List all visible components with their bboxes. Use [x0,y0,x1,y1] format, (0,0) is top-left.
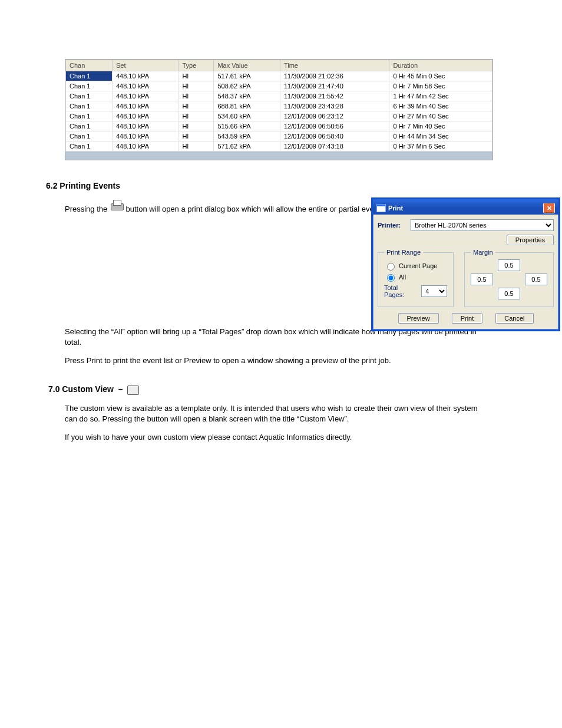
table-row[interactable]: Chan 1448.10 kPAHI688.81 kPA11/30/2009 2… [66,101,492,111]
table-cell: 448.10 kPA [112,121,178,131]
print-range-group: Print Range Current Page All Total Pages… [378,249,454,307]
table-cell: 11/30/2009 21:55:42 [280,91,389,101]
table-row[interactable]: Chan 1448.10 kPAHI543.59 kPA12/01/2009 0… [66,131,492,141]
table-cell: HI [178,131,214,141]
dialog-titlebar[interactable]: Print ✕ [373,199,558,215]
table-cell: 448.10 kPA [112,131,178,141]
range-current-page[interactable]: Current Page [384,261,447,271]
table-row[interactable]: Chan 1448.10 kPAHI548.37 kPA11/30/2009 2… [66,91,492,101]
table-cell: 6 Hr 39 Min 40 Sec [389,101,492,111]
table-row[interactable]: Chan 1448.10 kPAHI571.62 kPA12/01/2009 0… [66,141,492,151]
doc-paragraph: The custom view is available as a templa… [65,403,492,424]
table-row[interactable]: Chan 1448.10 kPAHI508.62 kPA11/30/2009 2… [66,81,492,91]
table-cell: 517.61 kPA [214,71,280,81]
table-cell: HI [178,121,214,131]
events-table-container: ChanSetTypeMax ValueTimeDuration Chan 14… [65,59,493,160]
table-cell: 1 Hr 47 Min 42 Sec [389,91,492,101]
table-cell: 12/01/2009 06:50:56 [280,121,389,131]
margin-group: Margin [464,249,554,307]
table-row[interactable]: Chan 1448.10 kPAHI515.66 kPA12/01/2009 0… [66,121,492,131]
table-cell: Chan 1 [66,131,113,141]
table-cell: 12/01/2009 06:23:12 [280,111,389,121]
dialog-title: Print [388,205,403,212]
table-cell: Chan 1 [66,91,113,101]
table-cell: 0 Hr 7 Min 40 Sec [389,121,492,131]
table-cell: Chan 1 [66,121,113,131]
table-cell: HI [178,81,214,91]
events-table: ChanSetTypeMax ValueTimeDuration Chan 14… [65,60,492,151]
range-all[interactable]: All [384,272,447,282]
table-cell: HI [178,141,214,151]
printer-select[interactable]: Brother HL-2070N series [411,219,554,231]
doc-paragraph: If you wish to have your own custom view… [65,432,492,443]
table-cell: 11/30/2009 21:47:40 [280,81,389,91]
table-cell: 515.66 kPA [214,121,280,131]
table-cell: 0 Hr 44 Min 34 Sec [389,131,492,141]
printer-label: Printer: [378,222,407,229]
table-cell: 448.10 kPA [112,71,178,81]
table-row[interactable]: Chan 1448.10 kPAHI534.60 kPA12/01/2009 0… [66,111,492,121]
section-6-2-heading: 6.2 Printing Events [46,180,492,192]
table-cell: 508.62 kPA [214,81,280,91]
table-cell: 448.10 kPA [112,101,178,111]
table-cell: Chan 1 [66,111,113,121]
total-pages-select[interactable]: 4 [421,285,447,297]
column-header[interactable]: Max Value [214,60,280,71]
column-header[interactable]: Type [178,60,214,71]
table-row[interactable]: Chan 1448.10 kPAHI517.61 kPA11/30/2009 2… [66,71,492,81]
section-7-0-heading: 7.0 Custom View – [48,384,492,396]
table-cell: 0 Hr 27 Min 40 Sec [389,111,492,121]
margin-top-input[interactable] [498,259,520,271]
window-icon [376,204,386,212]
preview-button[interactable]: Preview [398,313,439,324]
table-cell: HI [178,71,214,81]
table-cell: 448.10 kPA [112,111,178,121]
table-cell: HI [178,111,214,121]
print-range-legend: Print Range [384,249,423,256]
column-header[interactable]: Time [280,60,389,71]
column-header[interactable]: Set [112,60,178,71]
table-cell: HI [178,101,214,111]
table-cell: 688.81 kPA [214,101,280,111]
table-cell: 0 Hr 45 Min 0 Sec [389,71,492,81]
table-cell: Chan 1 [66,71,113,81]
table-cell: 11/30/2009 21:02:36 [280,71,389,81]
table-cell: 448.10 kPA [112,141,178,151]
margin-bottom-input[interactable] [498,288,520,299]
margin-legend: Margin [471,249,495,256]
radio-current-page[interactable] [387,263,395,271]
table-cell: HI [178,91,214,101]
print-button[interactable]: Print [452,313,483,324]
print-dialog: Print ✕ Printer: Brother HL-2070N series… [371,197,560,331]
table-cell: 0 Hr 37 Min 6 Sec [389,141,492,151]
table-cell: 12/01/2009 07:43:18 [280,141,389,151]
table-cell: 11/30/2009 23:43:28 [280,101,389,111]
table-cell: 448.10 kPA [112,91,178,101]
radio-all[interactable] [387,274,395,282]
table-cell: 12/01/2009 06:58:40 [280,131,389,141]
margin-right-input[interactable] [525,274,547,285]
column-header[interactable]: Chan [66,60,113,71]
properties-button[interactable]: Properties [507,235,554,245]
table-cell: 0 Hr 7 Min 58 Sec [389,81,492,91]
table-cell: 448.10 kPA [112,81,178,91]
cancel-button[interactable]: Cancel [495,313,533,324]
table-cell: Chan 1 [66,101,113,111]
table-cell: 548.37 kPA [214,91,280,101]
total-pages-label: Total Pages: [384,284,418,298]
grid-footer [65,151,492,160]
close-icon[interactable]: ✕ [543,203,555,213]
print-icon [110,200,124,212]
table-cell: 571.62 kPA [214,141,280,151]
table-cell: 543.59 kPA [214,131,280,141]
table-cell: 534.60 kPA [214,111,280,121]
custom-view-icon [127,386,139,395]
margin-left-input[interactable] [471,274,493,285]
column-header[interactable]: Duration [389,60,492,71]
doc-paragraph: Press Print to print the event list or P… [65,355,492,366]
table-cell: Chan 1 [66,141,113,151]
table-cell: Chan 1 [66,81,113,91]
